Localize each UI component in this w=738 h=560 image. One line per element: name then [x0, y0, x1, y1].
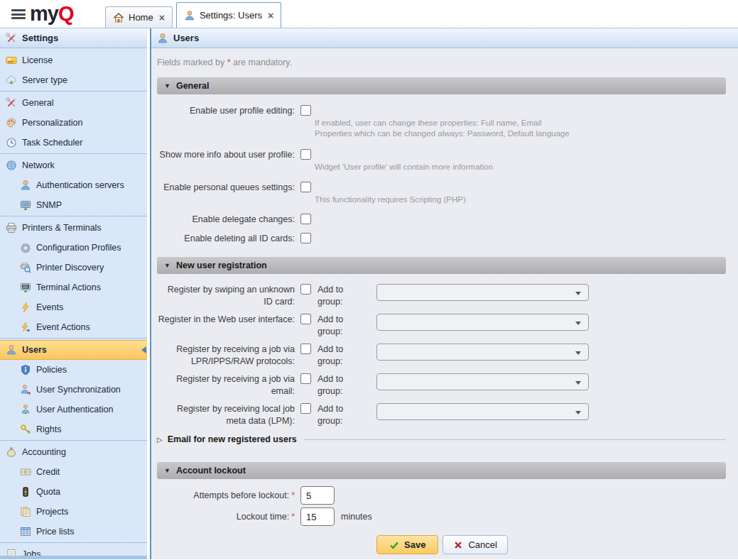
sidebar-item-network[interactable]: Network — [0, 155, 147, 175]
menu-icon[interactable] — [11, 9, 26, 19]
printer-icon — [6, 222, 17, 234]
tools-icon — [6, 33, 17, 44]
traffic-light-icon — [20, 486, 31, 498]
person-icon — [20, 180, 31, 191]
sidebar-separator — [0, 153, 147, 154]
form-row: Show more info about user profile: Widge… — [157, 149, 726, 172]
sidebar-item-price-lists[interactable]: Price lists — [0, 522, 147, 542]
home-icon — [113, 12, 124, 23]
chevron-down-icon: ▼ — [164, 467, 170, 474]
attempts-before-lockout-input[interactable] — [300, 486, 335, 505]
sidebar-item-user-synchronization[interactable]: User Synchronization — [0, 380, 147, 400]
close-tab-icon[interactable]: × — [268, 10, 273, 21]
save-button[interactable]: Save — [376, 535, 438, 554]
form-row: Enable deleting all ID cards: — [157, 233, 726, 246]
sidebar-item-user-authentication[interactable]: User Authentication — [0, 400, 147, 419]
sidebar-item-task-scheduler[interactable]: Task Scheduler — [0, 133, 147, 153]
logo-text-q: Q — [58, 2, 74, 25]
sidebar-item-printers-terminals[interactable]: Printers & Terminals — [0, 218, 147, 238]
add-to-group-select[interactable] — [376, 284, 589, 301]
register-by-receiving-a-job-via-email-checkbox[interactable] — [300, 373, 311, 384]
sidebar-item-configuration-profiles[interactable]: Configuration Profiles — [0, 238, 147, 258]
sidebar-item-policies[interactable]: Policies — [0, 360, 147, 380]
sidebar-item-snmp[interactable]: SNMP — [0, 195, 147, 215]
add-to-group-label: Add to group: — [318, 344, 369, 368]
section-header-general[interactable]: ▼ General — [157, 77, 726, 94]
sidebar-item-events[interactable]: Events — [0, 297, 147, 317]
field-label: Enable deleting all ID cards: — [157, 233, 295, 245]
cloud-icon — [6, 75, 17, 86]
field-label: Register by receiving local job meta dat… — [157, 403, 295, 427]
sidebar-item-quota[interactable]: Quota — [0, 482, 147, 502]
sidebar-item-accounting[interactable]: Accounting — [0, 442, 147, 462]
form-row: Enable delegate changes: — [157, 214, 726, 226]
person-sync-icon — [20, 384, 31, 395]
sidebar-item-general[interactable]: General — [0, 93, 147, 113]
registration-row: Register in the Web user interface: Add … — [157, 314, 726, 338]
cancel-button[interactable]: Cancel — [443, 535, 507, 554]
sidebar-separator — [0, 91, 147, 92]
palette-icon — [6, 117, 17, 128]
registration-row: Register by receiving a job via email: A… — [157, 373, 726, 397]
enable-personal-queues-settings-checkbox[interactable] — [300, 182, 311, 192]
sidebar-item-printer-discovery[interactable]: Printer Discovery — [0, 258, 147, 278]
add-to-group-label: Add to group: — [318, 284, 369, 308]
selected-item-arrow — [141, 346, 146, 353]
terminal-icon — [20, 282, 31, 293]
mandatory-fields-notice: Fields marked by * are mandatory. — [157, 48, 726, 77]
enable-delegate-changes-checkbox[interactable] — [300, 214, 311, 224]
sidebar-item-jobs[interactable]: Jobs — [0, 544, 147, 556]
sidebar-item-rights[interactable]: Rights — [0, 419, 147, 439]
chevron-down-icon — [575, 411, 581, 414]
sidebar-item-authentication-servers[interactable]: Authentication servers — [0, 175, 147, 195]
add-to-group-label: Add to group: — [318, 314, 369, 338]
sidebar-item-projects[interactable]: Projects — [0, 502, 147, 522]
form-buttons: Save Cancel — [376, 535, 726, 554]
cross-icon — [453, 540, 463, 550]
projects-icon — [20, 506, 31, 517]
sidebar-item-personalization[interactable]: Personalization — [0, 113, 147, 133]
add-to-group-label: Add to group: — [318, 373, 369, 397]
section-header-email-for-new-registered-users[interactable]: ▷ Email for new registered users — [157, 433, 726, 446]
shield-icon — [20, 364, 31, 375]
section-header-account-lockout[interactable]: ▼ Account lockout — [157, 462, 726, 479]
register-by-receiving-a-job-via-lpr-ipps-raw-protocols-checkbox[interactable] — [300, 344, 311, 354]
sidebar-item-credit[interactable]: Credit — [0, 462, 147, 482]
moneybag-icon — [6, 446, 17, 458]
register-by-swiping-an-unknown-id-card-checkbox[interactable] — [300, 284, 311, 295]
chevron-down-icon — [575, 322, 581, 325]
registration-row: Register by receiving a job via LPR/IPPS… — [157, 344, 726, 368]
add-to-group-select[interactable] — [376, 403, 589, 420]
sidebar-bottom-strip — [0, 556, 147, 559]
lockout-time-input[interactable] — [300, 507, 335, 526]
logo-text-my: my — [30, 2, 58, 25]
sidebar-item-terminal-actions[interactable]: Terminal Actions — [0, 278, 147, 297]
price-table-icon — [20, 526, 31, 537]
tools-icon — [6, 97, 17, 109]
sidebar-item-server-type[interactable]: Server type — [0, 70, 147, 90]
tab-settings-users[interactable]: Settings: Users × — [176, 2, 281, 28]
sidebar-item-event-actions[interactable]: Event Actions — [0, 317, 147, 337]
registration-rows: Register by swiping an unknown ID card: … — [157, 274, 726, 427]
field-label: Register by receiving a job via email: — [157, 373, 295, 397]
sidebar-separator — [0, 216, 147, 216]
field-label: Register in the Web user interface: — [157, 314, 295, 326]
close-tab-icon[interactable]: × — [159, 12, 165, 23]
add-to-group-select[interactable] — [376, 373, 589, 390]
lockout-row: Lockout time:* minutes — [157, 507, 726, 526]
add-to-group-select[interactable] — [376, 314, 589, 331]
register-by-receiving-local-job-meta-data-lpm-checkbox[interactable] — [300, 403, 311, 414]
tab-home[interactable]: Home × — [105, 6, 173, 28]
enable-user-profile-editing-checkbox[interactable] — [300, 105, 311, 116]
chevron-down-icon — [575, 292, 581, 295]
enable-deleting-all-id-cards-checkbox[interactable] — [300, 233, 311, 243]
section-header-new-user-registration[interactable]: ▼ New user registration — [157, 257, 726, 274]
add-to-group-select[interactable] — [376, 344, 589, 361]
sidebar-item-users[interactable]: Users — [0, 340, 147, 360]
register-in-the-web-user-interface-checkbox[interactable] — [300, 314, 311, 324]
sidebar-item-license[interactable]: License — [0, 50, 147, 70]
field-label: Attempts before lockout:* — [157, 490, 295, 502]
key-icon — [20, 424, 31, 435]
general-fields: Enable user profile editing: If enabled,… — [157, 94, 726, 246]
show-more-info-about-user-profile-checkbox[interactable] — [300, 149, 311, 160]
